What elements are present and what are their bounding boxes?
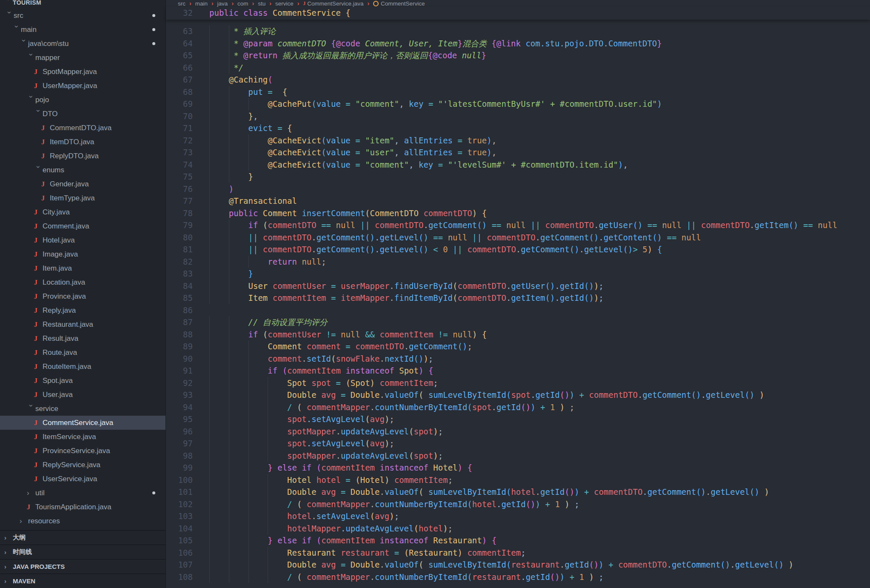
code-line-64[interactable]: 64 * @param commentDTO {@code Comment, U… (166, 37, 870, 50)
line-number[interactable]: 81 (166, 243, 193, 256)
tree-item-restaurant-java[interactable]: JRestaurant.java (0, 317, 165, 331)
tree-item-user-java[interactable]: JUser.java (0, 388, 165, 402)
line-number[interactable]: 87 (166, 316, 193, 328)
tree-item-route-java[interactable]: JRoute.java (0, 345, 165, 360)
code-line-76[interactable]: 76 ) (166, 183, 870, 195)
panel-header-timeline[interactable]: ›时间线 (0, 545, 165, 559)
tree-item-province-java[interactable]: JProvince.java (0, 289, 165, 303)
line-number[interactable]: 32 (166, 7, 193, 19)
code-line-78[interactable]: 78 public Comment insertComment(CommentD… (166, 207, 870, 220)
code-line-105[interactable]: 105 } else if (commentItem instanceof Re… (166, 534, 870, 547)
line-number[interactable]: 98 (166, 450, 193, 462)
code-line-96[interactable]: 96 spotMapper.updateAvgLevel(spot); (166, 425, 870, 438)
tree-item-comment-java[interactable]: JComment.java (0, 219, 165, 233)
tree-item-service[interactable]: ›service (0, 402, 165, 416)
line-number[interactable]: 102 (166, 498, 193, 511)
line-number[interactable]: 66 (166, 62, 193, 74)
code-line-100[interactable]: 100 Hotel hotel = (Hotel) commentItem; (166, 474, 870, 486)
panel-header-maven[interactable]: ›MAVEN (0, 574, 165, 588)
line-number[interactable]: 69 (166, 98, 193, 110)
line-number[interactable]: 97 (166, 437, 193, 450)
line-number[interactable]: 71 (166, 122, 193, 134)
line-number[interactable]: 96 (166, 425, 193, 438)
line-number[interactable]: 64 (166, 37, 193, 50)
tree-item-hotel-java[interactable]: JHotel.java (0, 233, 165, 247)
line-number[interactable]: 82 (166, 256, 193, 268)
line-number[interactable]: 107 (166, 559, 193, 571)
code-line-94[interactable]: 94 / ( commentMapper.countNumberByItemId… (166, 401, 870, 414)
tree-item-result-java[interactable]: JResult.java (0, 331, 165, 345)
tree-item-userservice-java[interactable]: JUserService.java (0, 472, 165, 486)
line-number[interactable]: 101 (166, 486, 193, 498)
code-line-79[interactable]: 79 if (commentDTO == null || commentDTO.… (166, 219, 870, 231)
code-line-89[interactable]: 89 Comment comment = commentDTO.getComme… (166, 340, 870, 353)
breadcrumb-item-service[interactable]: service (275, 0, 294, 7)
tree-item-dto[interactable]: ›DTO (0, 107, 165, 121)
line-number[interactable]: 83 (166, 268, 193, 280)
code-line-73[interactable]: 73 @CacheEvict(value = "user", allEntrie… (166, 146, 870, 159)
code-line-80[interactable]: 80 || commentDTO.getComment().getLevel()… (166, 231, 870, 244)
line-number[interactable]: 76 (166, 183, 193, 195)
tree-item-image-java[interactable]: JImage.java (0, 247, 165, 261)
tree-item-util[interactable]: ›util (0, 486, 165, 500)
tree-item-src[interactable]: ›src (0, 9, 165, 23)
tree-item-mapper[interactable]: ›mapper (0, 51, 165, 65)
code-line-81[interactable]: 81 || commentDTO.getComment().getLevel()… (166, 243, 870, 256)
line-number[interactable]: 91 (166, 365, 193, 377)
code-line-93[interactable]: 93 Double avg = Double.valueOf( sumLevel… (166, 389, 870, 401)
code-line-106[interactable]: 106 Restaurant restaurant = (Restaurant)… (166, 547, 870, 559)
code-line-98[interactable]: 98 spotMapper.updateAvgLevel(spot); (166, 450, 870, 462)
line-number[interactable]: 94 (166, 401, 193, 414)
line-number[interactable]: 63 (166, 25, 193, 37)
breadcrumb-item-commentservice[interactable]: CommentService (373, 0, 425, 7)
code-line-86[interactable]: 86 (166, 304, 870, 317)
tree-item-commentdto-java[interactable]: JCommentDTO.java (0, 121, 165, 135)
line-number[interactable]: 65 (166, 49, 193, 62)
tree-item-provinceservice-java[interactable]: JProvinceService.java (0, 444, 165, 458)
code-line-92[interactable]: 92 Spot spot = (Spot) commentItem; (166, 377, 870, 389)
code-line-88[interactable]: 88 if (commentUser != null && commentIte… (166, 328, 870, 341)
tree-item-pojo[interactable]: ›pojo (0, 93, 165, 107)
tree-item-itemservice-java[interactable]: JItemService.java (0, 430, 165, 444)
tree-item-main[interactable]: ›main (0, 23, 165, 37)
line-number[interactable]: 77 (166, 195, 193, 207)
code-line-69[interactable]: 69 @CachePut(value = "comment", key = "'… (166, 98, 870, 110)
code-line-87[interactable]: 87 // 自动设置平均评分 (166, 316, 870, 328)
line-number[interactable]: 89 (166, 340, 193, 353)
line-number[interactable]: 68 (166, 86, 193, 98)
tree-item-location-java[interactable]: JLocation.java (0, 275, 165, 289)
line-number[interactable]: 86 (166, 304, 193, 317)
line-number[interactable]: 84 (166, 280, 193, 292)
panel-header-outline[interactable]: ›大纲 (0, 530, 165, 545)
line-number[interactable]: 90 (166, 353, 193, 365)
sticky-scroll-line[interactable]: 32public class CommentService { (166, 7, 870, 19)
line-number[interactable]: 106 (166, 547, 193, 559)
code-line-108[interactable]: 108 / ( commentMapper.countNumberByItemI… (166, 571, 870, 583)
tree-item-city-java[interactable]: JCity.java (0, 205, 165, 219)
code-line-67[interactable]: 67 @Caching( (166, 74, 870, 86)
line-number[interactable]: 74 (166, 159, 193, 171)
code-line-102[interactable]: 102 / ( commentMapper.countNumberByItemI… (166, 498, 870, 511)
code-area[interactable]: 63 * 插入评论64 * @param commentDTO {@code C… (166, 20, 870, 588)
code-line-103[interactable]: 103 hotel.setAvgLevel(avg); (166, 510, 870, 522)
code-line-75[interactable]: 75 } (166, 171, 870, 183)
code-line-91[interactable]: 91 if (commentItem instanceof Spot) { (166, 365, 870, 377)
line-number[interactable]: 100 (166, 474, 193, 486)
tree-item-enums[interactable]: ›enums (0, 163, 165, 177)
code-line-97[interactable]: 97 spot.setAvgLevel(avg); (166, 437, 870, 450)
line-number[interactable]: 80 (166, 231, 193, 244)
tree-item-tourismapplication-java[interactable]: JTourismApplication.java (0, 500, 165, 514)
line-number[interactable]: 95 (166, 413, 193, 425)
line-number[interactable]: 79 (166, 219, 193, 231)
line-number[interactable]: 75 (166, 171, 193, 183)
code-line-65[interactable]: 65 * @return 插入成功返回最新的用户评论，否则返回{@code nu… (166, 49, 870, 62)
line-number[interactable]: 99 (166, 462, 193, 474)
line-number[interactable]: 78 (166, 207, 193, 220)
tree-item-usermapper-java[interactable]: JUserMapper.java (0, 79, 165, 93)
breadcrumb-item-com[interactable]: com (237, 0, 248, 7)
line-number[interactable]: 93 (166, 389, 193, 401)
line-number[interactable]: 104 (166, 522, 193, 535)
line-number[interactable]: 103 (166, 510, 193, 522)
sticky-scroll[interactable]: 32public class CommentService { (166, 7, 870, 20)
code-line-101[interactable]: 101 Double avg = Double.valueOf( sumLeve… (166, 486, 870, 498)
